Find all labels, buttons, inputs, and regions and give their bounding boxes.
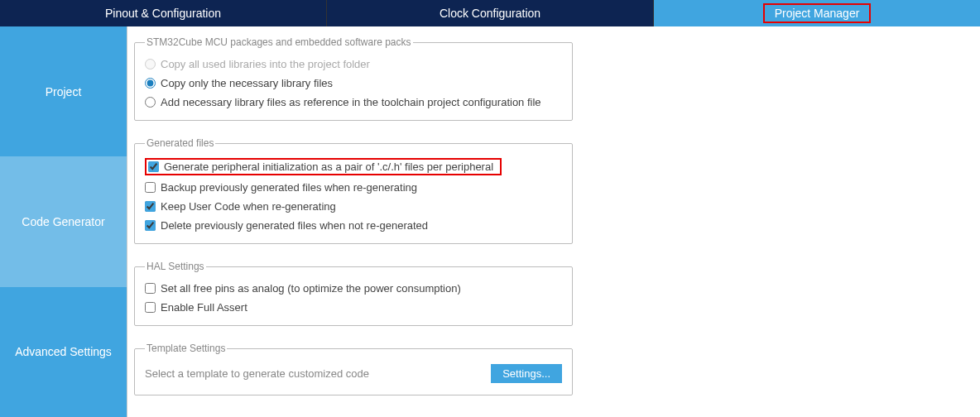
tab-clock-label: Clock Configuration xyxy=(440,7,540,20)
radio-copy-all[interactable] xyxy=(145,59,156,70)
template-fieldset: Template Settings Select a template to g… xyxy=(134,343,573,395)
hal-fieldset: HAL Settings Set all free pins as analog… xyxy=(134,261,573,326)
option-pair-row: Generate peripheral initialization as a … xyxy=(145,156,562,178)
option-analog[interactable]: Set all free pins as analog (to optimize… xyxy=(145,279,562,298)
option-copy-necessary[interactable]: Copy only the necessary library files xyxy=(145,74,562,93)
option-reference-label: Add necessary library files as reference… xyxy=(161,96,541,108)
option-copy-all[interactable]: Copy all used libraries into the project… xyxy=(145,55,562,74)
option-reference[interactable]: Add necessary library files as reference… xyxy=(145,93,562,112)
checkbox-keep-user[interactable] xyxy=(145,201,156,212)
sidebar-item-code-generator-label: Code Generator xyxy=(22,215,104,228)
sidebar-item-advanced[interactable]: Advanced Settings xyxy=(0,287,127,417)
option-backup[interactable]: Backup previously generated files when r… xyxy=(145,178,562,197)
tab-clock[interactable]: Clock Configuration xyxy=(327,0,654,26)
content-panel: STM32Cube MCU packages and embedded soft… xyxy=(127,26,980,417)
option-copy-all-label: Copy all used libraries into the project… xyxy=(161,58,370,70)
option-keep-user-label: Keep User Code when re-generating xyxy=(161,200,336,213)
checkbox-assert[interactable] xyxy=(145,302,156,313)
tab-project-manager-label: Project Manager xyxy=(763,3,872,23)
checkbox-backup[interactable] xyxy=(145,182,156,193)
sidebar-item-code-generator[interactable]: Code Generator xyxy=(0,156,127,286)
generated-legend: Generated files xyxy=(145,137,215,149)
tab-pinout-label: Pinout & Configuration xyxy=(105,7,221,20)
settings-button[interactable]: Settings... xyxy=(491,364,562,383)
checkbox-delete[interactable] xyxy=(145,220,156,231)
generated-fieldset: Generated files Generate peripheral init… xyxy=(134,137,573,244)
option-keep-user[interactable]: Keep User Code when re-generating xyxy=(145,197,562,216)
main-container: Project Code Generator Advanced Settings… xyxy=(0,26,980,417)
sidebar-item-project-label: Project xyxy=(46,85,82,98)
sidebar-item-advanced-label: Advanced Settings xyxy=(15,345,112,358)
option-backup-label: Backup previously generated files when r… xyxy=(161,181,417,194)
option-pair-label: Generate peripheral initialization as a … xyxy=(164,161,493,173)
sidebar-item-project[interactable]: Project xyxy=(0,26,127,156)
option-analog-label: Set all free pins as analog (to optimize… xyxy=(161,282,461,295)
template-row: Select a template to generate customized… xyxy=(145,361,562,386)
option-assert-label: Enable Full Assert xyxy=(161,301,247,314)
radio-copy-necessary[interactable] xyxy=(145,78,156,89)
radio-reference[interactable] xyxy=(145,97,156,108)
tab-pinout[interactable]: Pinout & Configuration xyxy=(0,0,327,26)
option-copy-necessary-label: Copy only the necessary library files xyxy=(161,77,333,89)
option-pair-highlight: Generate peripheral initialization as a … xyxy=(145,158,502,175)
packages-legend: STM32Cube MCU packages and embedded soft… xyxy=(145,36,413,48)
template-legend: Template Settings xyxy=(145,343,227,354)
hal-legend: HAL Settings xyxy=(145,261,206,272)
template-label: Select a template to generate customized… xyxy=(145,367,369,380)
packages-fieldset: STM32Cube MCU packages and embedded soft… xyxy=(134,36,573,121)
option-delete-label: Delete previously generated files when n… xyxy=(161,219,428,232)
top-tabs: Pinout & Configuration Clock Configurati… xyxy=(0,0,980,26)
option-delete[interactable]: Delete previously generated files when n… xyxy=(145,216,562,235)
sidebar: Project Code Generator Advanced Settings xyxy=(0,26,127,417)
option-assert[interactable]: Enable Full Assert xyxy=(145,298,562,317)
tab-project-manager[interactable]: Project Manager xyxy=(654,0,980,26)
checkbox-analog[interactable] xyxy=(145,283,156,294)
checkbox-pair[interactable] xyxy=(148,161,159,172)
